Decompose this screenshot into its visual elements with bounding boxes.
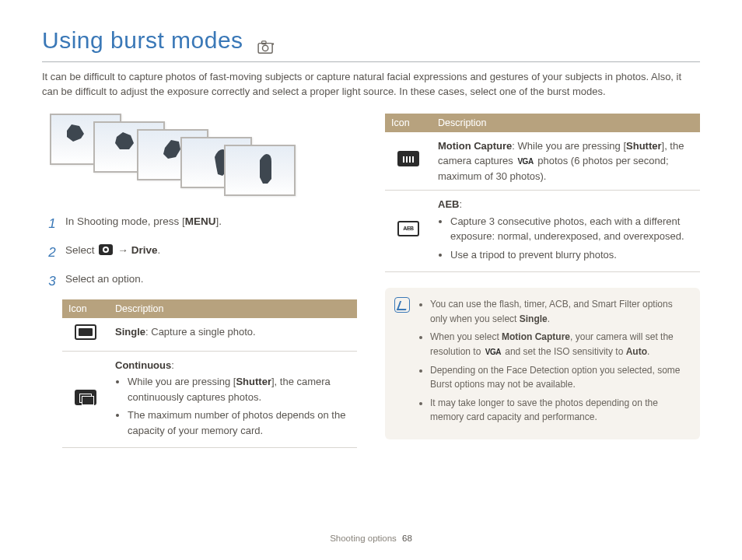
note-icon: [394, 297, 410, 313]
list-item: Depending on the Face Detection option y…: [430, 363, 689, 392]
two-column-layout: 1 In Shooting mode, press [MENU]. 2 Sele…: [42, 110, 700, 449]
title-rule: [42, 61, 700, 62]
step-number: 1: [47, 213, 58, 234]
step-number: 3: [47, 271, 58, 292]
motion-capture-icon: [397, 151, 419, 166]
list-item: When you select Motion Capture, your cam…: [430, 330, 689, 359]
list-item: Capture 3 consecutive photos, each with …: [450, 214, 694, 244]
shutter-label: Shutter: [626, 140, 662, 152]
camera-icon: [99, 244, 113, 255]
svg-point-1: [262, 45, 268, 51]
page-footer: Shooting options 68: [0, 534, 742, 543]
table-header-icon: Icon: [385, 114, 432, 132]
list-item: It may take longer to save the photos de…: [430, 396, 689, 425]
motion-title: Motion Capture: [438, 140, 512, 152]
list-item: The maximum number of photos depends on …: [128, 408, 351, 438]
continuous-mode-icon: [75, 390, 96, 405]
steps-list: 1 In Shooting mode, press [MENU]. 2 Sele…: [47, 213, 357, 292]
table-row: Motion Capture: While you are pressing […: [385, 132, 700, 191]
svg-rect-2: [261, 41, 265, 44]
vga-icon: VGA: [484, 345, 502, 359]
aeb-title: AEB: [438, 198, 459, 210]
step-2-text-a: Select: [65, 244, 97, 256]
step-2: 2 Select →Drive.: [47, 242, 357, 263]
step-1-text-a: In Shooting mode, press [: [65, 215, 185, 227]
single-title: Single: [115, 326, 145, 338]
svg-point-3: [271, 43, 273, 44]
drive-label: Drive: [131, 244, 158, 256]
step-2-text-b: .: [158, 244, 161, 256]
list-item: While you are pressing [Shutter], the ca…: [128, 374, 351, 404]
footer-section: Shooting options: [330, 534, 397, 543]
list-item: Use a tripod to prevent blurry photos.: [450, 247, 694, 263]
step-3: 3 Select an option.: [47, 271, 357, 292]
intro-paragraph: It can be difficult to capture photos of…: [42, 70, 700, 100]
step-1: 1 In Shooting mode, press [MENU].: [47, 213, 357, 234]
table-row: Continuous: While you are pressing [Shut…: [62, 351, 357, 448]
list-item: You can use the flash, timer, ACB, and S…: [430, 297, 689, 326]
camera-mode-icon: [257, 33, 275, 47]
single-body: : Capture a single photo.: [145, 326, 256, 338]
left-column: 1 In Shooting mode, press [MENU]. 2 Sele…: [42, 110, 357, 449]
note-list: You can use the flash, timer, ACB, and S…: [430, 297, 689, 429]
shutter-label: Shutter: [236, 376, 271, 387]
menu-key-label: MENU: [185, 215, 216, 227]
right-icon-table: Icon Description Motion Capture: While y…: [385, 114, 700, 273]
left-icon-table: Icon Description Single: Capture a singl…: [62, 299, 357, 448]
table-row: AEB: Capture 3 consecutive photos, each …: [385, 191, 700, 272]
step-1-text-b: ].: [216, 215, 222, 227]
vga-icon: VGA: [516, 155, 534, 168]
svg-rect-0: [258, 44, 272, 54]
page-title: Using burst modes: [42, 27, 275, 54]
table-header-icon: Icon: [62, 299, 109, 318]
aeb-mode-icon: [397, 221, 419, 236]
table-row: Single: Capture a single photo.: [62, 318, 357, 351]
page-title-text: Using burst modes: [42, 27, 243, 54]
page-number: 68: [402, 534, 412, 543]
table-header-desc: Description: [432, 114, 700, 132]
note-box: You can use the flash, timer, ACB, and S…: [385, 288, 700, 439]
step-number: 2: [47, 242, 58, 263]
table-header-desc: Description: [109, 299, 357, 318]
arrow-icon: →: [117, 244, 128, 256]
step-3-text: Select an option.: [65, 271, 144, 292]
right-column: Icon Description Motion Capture: While y…: [385, 110, 700, 439]
continuous-title: Continuous: [115, 359, 171, 371]
single-mode-icon: [75, 324, 96, 340]
burst-sequence-figure: [50, 114, 322, 199]
